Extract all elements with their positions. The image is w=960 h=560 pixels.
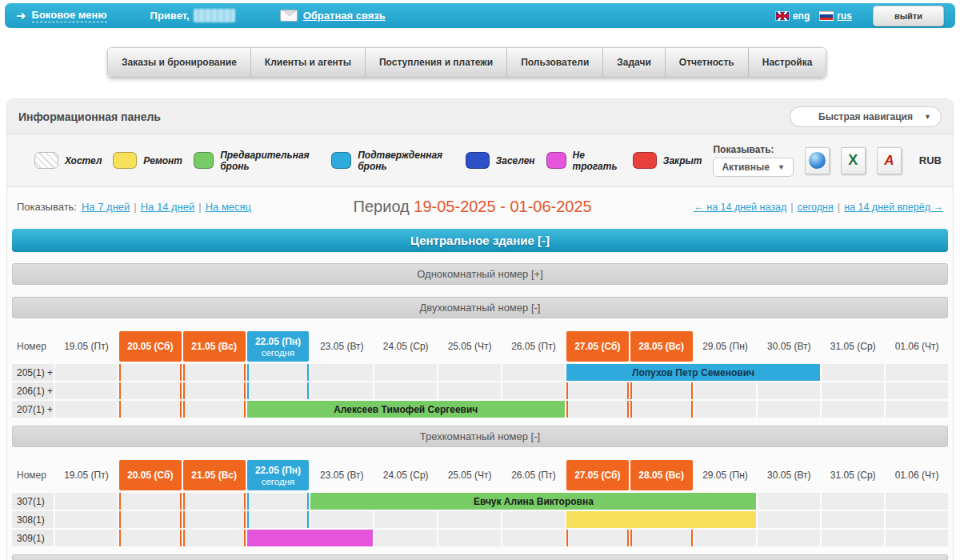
room-label[interactable]: 307(1) (12, 493, 54, 510)
excel-export-icon[interactable]: X (841, 147, 866, 174)
grid-cell[interactable] (630, 401, 693, 418)
grid-cell[interactable] (886, 511, 948, 528)
building-header[interactable]: Центральное здание [-] (12, 229, 948, 252)
room-type-header[interactable]: Трехкомнатный номер [-] (12, 426, 948, 447)
grid-cell[interactable] (886, 401, 948, 418)
range-link[interactable]: На месяц (206, 201, 251, 213)
grid-cell[interactable] (119, 364, 182, 381)
range-link[interactable]: На 14 дней (141, 201, 195, 213)
grid-cell[interactable] (119, 382, 182, 399)
grid-cell[interactable] (55, 401, 118, 418)
grid-cell[interactable] (55, 511, 118, 528)
grid-cell[interactable] (566, 401, 629, 418)
room-label[interactable]: 309(1) (12, 530, 54, 546)
grid-cell[interactable] (183, 382, 246, 399)
grid-cell[interactable] (502, 382, 565, 399)
grid-cell[interactable] (630, 530, 693, 546)
booking-bar[interactable]: Алексеев Тимофей Сергеевич (247, 401, 565, 418)
back-14-days-link[interactable]: ← на 14 дней назад (694, 202, 786, 213)
grid-cell[interactable] (438, 364, 501, 381)
grid-cell[interactable] (55, 493, 118, 510)
pdf-export-icon[interactable]: A (877, 147, 902, 174)
nav-tab[interactable]: Пользователи (507, 48, 603, 77)
grid-cell[interactable] (183, 364, 246, 381)
grid-cell[interactable] (55, 530, 118, 546)
grid-cell[interactable] (886, 382, 948, 399)
grid-cell[interactable] (310, 382, 373, 399)
room-label[interactable]: 308(1) (12, 511, 54, 528)
booking-bar[interactable] (247, 530, 374, 546)
lang-eng-link[interactable]: eng (775, 10, 810, 22)
grid-cell[interactable] (758, 511, 820, 528)
grid-cell[interactable] (822, 401, 884, 418)
today-link[interactable]: сегодня (798, 202, 834, 213)
grid-cell[interactable] (822, 364, 884, 381)
grid-cell[interactable] (247, 382, 310, 399)
grid-cell[interactable] (694, 530, 757, 546)
feedback-link[interactable]: Обратная связь (303, 10, 386, 22)
grid-cell[interactable] (822, 511, 884, 528)
grid-cell[interactable] (438, 511, 501, 528)
room-label[interactable]: 205(1) + (12, 364, 54, 381)
booking-bar[interactable]: Евчук Алина Викторовна (310, 493, 756, 510)
room-type-header[interactable]: Однокомнатный номер [+] (12, 263, 948, 285)
grid-cell[interactable] (758, 382, 820, 399)
grid-cell[interactable] (694, 401, 757, 418)
grid-cell[interactable] (502, 530, 565, 546)
grid-cell[interactable] (886, 493, 948, 510)
booking-bar[interactable] (566, 511, 757, 528)
grid-cell[interactable] (119, 401, 182, 418)
grid-cell[interactable] (310, 364, 373, 381)
status-filter-select[interactable]: Активные ▼ (713, 158, 793, 177)
logout-button[interactable]: выйти (873, 6, 944, 26)
grid-cell[interactable] (566, 382, 629, 399)
grid-cell[interactable] (438, 530, 501, 546)
grid-cell[interactable] (55, 364, 118, 381)
grid-cell[interactable] (247, 364, 310, 381)
grid-cell[interactable] (886, 364, 948, 381)
side-menu-link[interactable]: Боковое меню (32, 9, 107, 22)
range-link[interactable]: На 7 дней (82, 201, 130, 213)
nav-tab[interactable]: Задачи (603, 48, 666, 77)
nav-tab[interactable]: Отчетность (666, 48, 749, 77)
booking-bar[interactable]: Лопухов Петр Семенович (566, 364, 820, 381)
grid-cell[interactable] (502, 511, 565, 528)
grid-cell[interactable] (374, 382, 437, 399)
grid-cell[interactable] (822, 493, 884, 510)
grid-cell[interactable] (374, 364, 437, 381)
grid-cell[interactable] (758, 401, 820, 418)
room-label[interactable]: 206(1) + (12, 382, 54, 399)
grid-cell[interactable] (374, 511, 437, 528)
grid-cell[interactable] (119, 511, 182, 528)
room-label[interactable]: 207(1) + (12, 401, 54, 418)
grid-cell[interactable] (55, 382, 118, 399)
grid-cell[interactable] (758, 530, 820, 546)
grid-cell[interactable] (119, 493, 182, 510)
grid-cell[interactable] (694, 382, 757, 399)
grid-cell[interactable] (183, 511, 246, 528)
forward-14-days-link[interactable]: на 14 дней вперёд → (844, 202, 943, 213)
web-export-icon[interactable] (805, 147, 830, 174)
nav-tab[interactable]: Заказы и бронирование (108, 48, 251, 77)
grid-cell[interactable] (502, 364, 565, 381)
grid-cell[interactable] (310, 511, 373, 528)
grid-cell[interactable] (886, 530, 948, 546)
quick-nav-select[interactable]: Быстрая навигация ▼ (790, 106, 942, 127)
grid-cell[interactable] (119, 530, 182, 546)
room-type-header[interactable]: Двухкомнатный номер [-] (12, 297, 948, 318)
room-type-header[interactable]: [+] (12, 554, 948, 560)
nav-tab[interactable]: Поступления и платежи (366, 48, 507, 77)
lang-rus-link[interactable]: rus (819, 10, 852, 22)
grid-cell[interactable] (183, 493, 246, 510)
grid-cell[interactable] (183, 401, 246, 418)
grid-cell[interactable] (183, 530, 246, 546)
grid-cell[interactable] (630, 382, 693, 399)
grid-cell[interactable] (374, 530, 437, 546)
grid-cell[interactable] (822, 382, 884, 399)
nav-tab[interactable]: Клиенты и агенты (251, 48, 366, 77)
grid-cell[interactable] (758, 493, 820, 510)
grid-cell[interactable] (247, 493, 310, 510)
grid-cell[interactable] (438, 382, 501, 399)
nav-tab[interactable]: Настройка (749, 48, 826, 77)
grid-cell[interactable] (566, 530, 629, 546)
